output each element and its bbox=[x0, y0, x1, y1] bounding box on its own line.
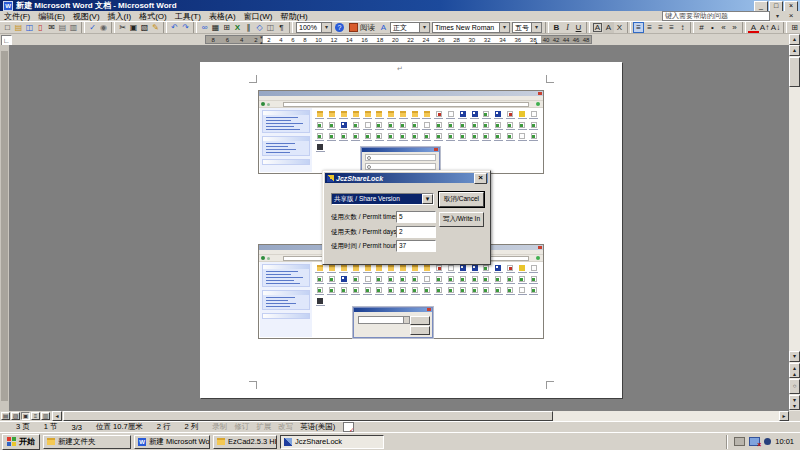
jcz-close-button[interactable]: × bbox=[474, 173, 487, 184]
select-browse-object-button[interactable]: ○ bbox=[789, 379, 800, 394]
save-icon[interactable]: ◫ bbox=[24, 22, 35, 33]
jcz-titlebar[interactable]: JczShareLock × bbox=[325, 173, 488, 183]
align-right-icon[interactable]: ≡ bbox=[655, 22, 666, 33]
menu-view[interactable]: 视图(V) bbox=[69, 11, 104, 22]
undo-icon[interactable]: ↶ bbox=[169, 22, 180, 33]
inc-indent-icon[interactable]: » bbox=[729, 22, 740, 33]
menu-format[interactable]: 格式(O) bbox=[135, 11, 171, 22]
normal-view-button[interactable]: ▤ bbox=[1, 412, 10, 420]
print-layout-view-button[interactable]: ▣ bbox=[21, 412, 30, 420]
cut-icon[interactable]: ✂ bbox=[117, 22, 128, 33]
char-shading-icon[interactable]: A bbox=[603, 22, 614, 33]
help-icon[interactable]: ? bbox=[335, 23, 344, 32]
copy-icon[interactable]: ▣ bbox=[128, 22, 139, 33]
web-layout-view-button[interactable]: ▨ bbox=[11, 412, 20, 420]
status-mode[interactable]: 扩展 bbox=[256, 422, 271, 432]
format-painter-icon[interactable]: ✎ bbox=[150, 22, 161, 33]
columns-icon[interactable]: ∥ bbox=[243, 22, 254, 33]
char-border-icon[interactable]: A bbox=[592, 22, 603, 33]
email-icon[interactable]: ✉ bbox=[46, 22, 57, 33]
spelling-status-icon[interactable] bbox=[343, 422, 354, 432]
right-indent-marker[interactable]: ▴ bbox=[535, 40, 538, 44]
taskbar-task[interactable]: W新建 Microsoft Word 文... bbox=[134, 435, 210, 449]
font-combo[interactable]: Times New Roman▾ bbox=[432, 22, 510, 33]
previous-page-button[interactable]: ▴▴ bbox=[789, 363, 800, 378]
numbering-icon[interactable]: # bbox=[696, 22, 707, 33]
char-scaling-icon[interactable]: X bbox=[614, 22, 625, 33]
bold-icon[interactable]: B bbox=[551, 22, 562, 33]
tables-borders-icon[interactable]: ▦ bbox=[210, 22, 221, 33]
embedded-screenshot-explorer-1[interactable] bbox=[258, 90, 544, 174]
status-mode[interactable]: 改写 bbox=[278, 422, 293, 432]
reading-layout-view-button[interactable]: ▥ bbox=[41, 412, 50, 420]
document-map-icon[interactable]: ◫ bbox=[265, 22, 276, 33]
network-disconnected-icon[interactable] bbox=[749, 437, 760, 446]
permit-times-input[interactable]: 5 bbox=[396, 211, 436, 223]
chevron-down-icon[interactable]: ▾ bbox=[321, 23, 331, 32]
grid-icon[interactable]: ⊞ bbox=[789, 22, 800, 33]
menu-file[interactable]: 文件(F) bbox=[0, 11, 34, 22]
drawing-icon[interactable]: ◇ bbox=[254, 22, 265, 33]
status-mode[interactable]: 修订 bbox=[234, 422, 249, 432]
vertical-scrollbar[interactable]: ▴ ▾ ▴▴ ○ ▾▾ bbox=[789, 45, 800, 411]
align-center-icon[interactable]: ≡ bbox=[644, 22, 655, 33]
outline-view-button[interactable]: ≡ bbox=[31, 412, 40, 420]
size-combo[interactable]: 五号▾ bbox=[512, 22, 542, 33]
left-indent-marker[interactable]: ▴ bbox=[260, 40, 263, 44]
chevron-down-icon[interactable]: ▾ bbox=[419, 23, 429, 32]
ruler-left-margin[interactable]: 8642 bbox=[205, 35, 263, 44]
status-mode[interactable]: 录制 bbox=[212, 422, 227, 432]
start-button[interactable]: 开始 bbox=[2, 434, 40, 450]
taskbar-task[interactable]: JczShareLock bbox=[280, 435, 384, 449]
scroll-up-icon[interactable]: ▴ bbox=[789, 34, 800, 45]
zoom-combo[interactable]: 100%▾ bbox=[296, 22, 332, 33]
help-dropdown-icon[interactable]: ▾ bbox=[773, 11, 782, 21]
insert-table-icon[interactable]: ⊞ bbox=[221, 22, 232, 33]
research-icon[interactable]: ◉ bbox=[98, 22, 109, 33]
menu-table[interactable]: 表格(A) bbox=[205, 11, 240, 22]
justify-icon[interactable]: ≡ bbox=[633, 22, 644, 33]
printer-tray-icon[interactable] bbox=[734, 437, 745, 446]
hyperlink-icon[interactable]: ∞ bbox=[199, 22, 210, 33]
menu-insert[interactable]: 插入(I) bbox=[104, 11, 136, 22]
underline-icon[interactable]: U bbox=[573, 22, 584, 33]
scroll-left-icon[interactable]: ◂ bbox=[52, 411, 62, 421]
tray-app-icon[interactable] bbox=[764, 438, 771, 445]
print-icon[interactable]: ▤ bbox=[57, 22, 68, 33]
document-close-icon[interactable]: × bbox=[786, 11, 796, 21]
print-preview-icon[interactable]: ▥ bbox=[68, 22, 79, 33]
style-combo[interactable]: 正文▾ bbox=[390, 22, 430, 33]
vertical-scroll-thumb[interactable] bbox=[789, 57, 800, 87]
grow-font-icon[interactable]: A↑ bbox=[759, 22, 770, 33]
paste-icon[interactable]: ▧ bbox=[139, 22, 150, 33]
chevron-down-icon[interactable]: ▾ bbox=[499, 23, 509, 32]
chevron-down-icon[interactable]: ▾ bbox=[422, 194, 433, 204]
horizontal-scroll-track[interactable] bbox=[63, 411, 779, 421]
spelling-icon[interactable]: ✓ bbox=[87, 22, 98, 33]
font-color-icon[interactable]: A bbox=[748, 22, 759, 33]
line-spacing-icon[interactable]: ↕ bbox=[677, 22, 688, 33]
ruler-right-margin[interactable]: 4042444648 bbox=[541, 35, 592, 44]
shrink-font-icon[interactable]: A↓ bbox=[770, 22, 781, 33]
read-layout-button[interactable]: 阅读 bbox=[346, 22, 378, 33]
menu-window[interactable]: 窗口(W) bbox=[240, 11, 277, 22]
vertical-ruler[interactable] bbox=[0, 45, 9, 411]
word-titlebar[interactable]: W 新建 Microsoft Word 文档 - Microsoft Word … bbox=[0, 0, 800, 11]
dec-indent-icon[interactable]: « bbox=[718, 22, 729, 33]
chevron-down-icon[interactable]: ▾ bbox=[531, 23, 541, 32]
taskbar-task[interactable]: 新建文件夹 bbox=[43, 435, 131, 449]
bullets-icon[interactable]: • bbox=[707, 22, 718, 33]
horizontal-scroll-thumb[interactable] bbox=[63, 411, 553, 421]
insert-excel-icon[interactable]: X bbox=[232, 22, 243, 33]
cancel-button[interactable]: 取消/Cancel bbox=[439, 192, 484, 207]
scroll-down-icon[interactable]: ▾ bbox=[789, 351, 800, 362]
styles-icon[interactable]: A bbox=[378, 22, 389, 33]
version-select[interactable]: 共享版 / Share Version ▾ bbox=[331, 193, 434, 205]
help-question-input[interactable]: 键入需要帮助的问题 bbox=[662, 11, 770, 21]
menu-help[interactable]: 帮助(H) bbox=[276, 11, 311, 22]
permission-icon[interactable]: ▯ bbox=[35, 22, 46, 33]
redo-icon[interactable]: ↷ bbox=[180, 22, 191, 33]
taskbar-task[interactable]: EzCad2.5.3 HERO bbox=[213, 435, 277, 449]
status-language[interactable]: 英语(美国) bbox=[300, 422, 335, 432]
italic-icon[interactable]: I bbox=[562, 22, 573, 33]
